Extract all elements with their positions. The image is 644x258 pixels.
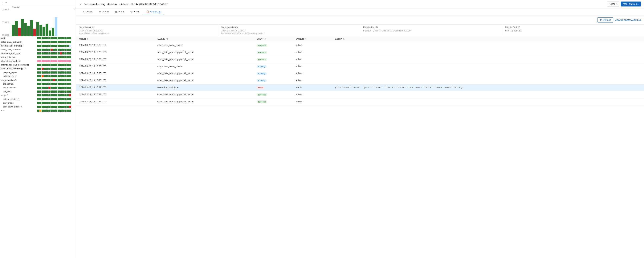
- task-square[interactable]: [44, 56, 46, 58]
- bar-13[interactable]: [52, 28, 54, 36]
- task-square[interactable]: [62, 41, 64, 43]
- task-square[interactable]: [39, 94, 41, 96]
- task-square[interactable]: [53, 52, 55, 54]
- task-square[interactable]: [48, 110, 50, 112]
- table-row[interactable]: 2024-03-28, 18:10:23 UTCsales_data_repor…: [76, 70, 644, 77]
- task-square[interactable]: [58, 87, 60, 89]
- task-square[interactable]: [69, 98, 71, 100]
- mark-state-button[interactable]: Mark state as...: [621, 1, 641, 6]
- bar-10[interactable]: [42, 27, 45, 36]
- task-square[interactable]: [67, 98, 69, 100]
- task-square[interactable]: [55, 60, 58, 62]
- task-square[interactable]: [58, 64, 60, 66]
- task-square[interactable]: [46, 71, 48, 73]
- task-square[interactable]: [46, 106, 48, 108]
- refresh-button[interactable]: ↻ Refresh: [597, 17, 613, 22]
- bar-14[interactable]: [55, 17, 58, 36]
- task-square[interactable]: [64, 110, 66, 112]
- task-square[interactable]: [62, 83, 64, 85]
- task-square[interactable]: [60, 75, 62, 77]
- sidebar-collapse-btn[interactable]: »: [79, 2, 82, 6]
- task-square[interactable]: [44, 102, 46, 104]
- task-square[interactable]: [64, 56, 66, 58]
- task-square[interactable]: [39, 60, 41, 62]
- task-square[interactable]: [46, 87, 48, 89]
- task-square[interactable]: [67, 90, 69, 93]
- task-square[interactable]: [58, 106, 60, 108]
- task-square[interactable]: [53, 87, 55, 89]
- task-square[interactable]: [48, 87, 50, 89]
- task-square[interactable]: [58, 60, 60, 62]
- task-square[interactable]: [48, 64, 50, 66]
- task-square[interactable]: [37, 94, 39, 96]
- task-square[interactable]: [55, 79, 58, 81]
- task-square[interactable]: [67, 56, 69, 58]
- task-square[interactable]: [37, 56, 39, 58]
- task-square[interactable]: [64, 68, 66, 70]
- task-square[interactable]: [42, 52, 44, 54]
- task-square[interactable]: [58, 52, 60, 54]
- task-square[interactable]: [42, 90, 44, 93]
- task-square[interactable]: [64, 102, 66, 104]
- task-square[interactable]: [46, 45, 48, 47]
- task-square[interactable]: [62, 64, 64, 66]
- task-row[interactable]: cre_load: [0, 90, 76, 93]
- task-square[interactable]: [44, 110, 46, 112]
- task-square[interactable]: [62, 87, 64, 89]
- task-square[interactable]: [69, 41, 71, 43]
- th-extra[interactable]: EXTRA ⇅: [332, 36, 644, 42]
- task-square[interactable]: [69, 37, 71, 39]
- task-square[interactable]: [37, 52, 39, 54]
- task-square[interactable]: [58, 45, 60, 47]
- task-square[interactable]: [48, 68, 50, 70]
- task-square[interactable]: [48, 49, 50, 51]
- task-square[interactable]: [60, 56, 62, 58]
- task-square[interactable]: [53, 98, 55, 100]
- task-square[interactable]: [58, 75, 60, 77]
- tab-details[interactable]: ⚠ Details: [79, 8, 96, 15]
- task-square[interactable]: [51, 52, 53, 54]
- task-square[interactable]: [46, 98, 48, 100]
- task-square[interactable]: [48, 56, 50, 58]
- task-square[interactable]: [53, 49, 55, 51]
- task-square[interactable]: [67, 87, 69, 89]
- task-square[interactable]: [51, 68, 53, 70]
- task-square[interactable]: [55, 71, 58, 73]
- task-square[interactable]: [64, 90, 66, 93]
- task-square[interactable]: [60, 106, 62, 108]
- task-row[interactable]: determine_load_type: [0, 51, 76, 55]
- task-square[interactable]: [58, 94, 60, 96]
- task-square[interactable]: [60, 64, 62, 66]
- task-square[interactable]: [39, 90, 41, 93]
- task-square[interactable]: [48, 106, 50, 108]
- task-square[interactable]: [44, 68, 46, 70]
- clear-button[interactable]: Clear ▾: [607, 1, 619, 6]
- task-square[interactable]: [53, 110, 55, 112]
- task-row[interactable]: internal_api_load_incremental: [0, 63, 76, 67]
- task-row[interactable]: set_up_cluster ↗: [0, 97, 76, 101]
- task-row[interactable]: mlops ^: [0, 93, 76, 97]
- tab-audit-log[interactable]: 📋 Audit Log: [143, 8, 164, 15]
- task-square[interactable]: [39, 79, 41, 81]
- bar-2[interactable]: [18, 28, 21, 36]
- task-square[interactable]: [44, 87, 46, 89]
- th-task-id[interactable]: TASK ID ⇅: [154, 36, 254, 42]
- task-square[interactable]: [39, 41, 41, 43]
- task-square[interactable]: [64, 98, 66, 100]
- task-square[interactable]: [51, 79, 53, 81]
- task-square[interactable]: [62, 75, 64, 77]
- task-square[interactable]: [64, 45, 66, 47]
- task-square[interactable]: [62, 79, 64, 81]
- task-square[interactable]: [51, 94, 53, 96]
- task-square[interactable]: [64, 49, 66, 51]
- task-square[interactable]: [46, 64, 48, 66]
- bar-5[interactable]: [27, 26, 30, 36]
- task-square[interactable]: [42, 56, 44, 58]
- task-square[interactable]: [42, 37, 44, 39]
- task-square[interactable]: [37, 79, 39, 81]
- task-square[interactable]: [64, 83, 66, 85]
- task-square[interactable]: [64, 71, 66, 73]
- task-square[interactable]: [55, 56, 58, 58]
- task-square[interactable]: [39, 64, 41, 66]
- task-square[interactable]: [42, 83, 44, 85]
